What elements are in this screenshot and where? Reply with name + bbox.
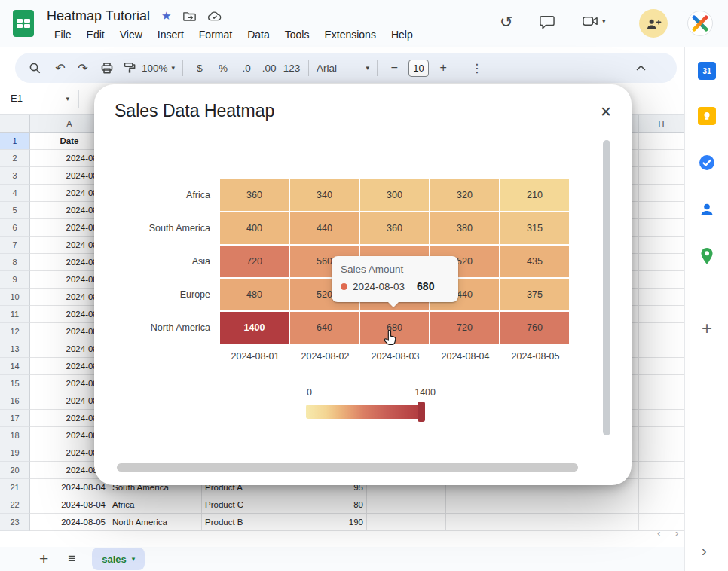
row-header-21[interactable]: 21 xyxy=(0,479,30,496)
cell-C22[interactable]: Product C xyxy=(202,496,286,514)
close-dialog-button[interactable]: ✕ xyxy=(600,103,612,121)
document-title[interactable]: Heatmap Tutorial xyxy=(47,8,150,24)
cell-H7[interactable] xyxy=(639,237,684,254)
dialog-vertical-scrollbar[interactable] xyxy=(603,140,610,435)
cell-H3[interactable] xyxy=(639,167,684,185)
cell-B22[interactable]: Africa xyxy=(109,496,202,514)
menu-extensions[interactable]: Extensions xyxy=(317,27,383,42)
comment-icon[interactable] xyxy=(540,15,555,29)
menu-format[interactable]: Format xyxy=(191,27,240,42)
font-family-select[interactable]: Arial▾ xyxy=(317,57,369,78)
paint-format-icon[interactable] xyxy=(121,57,139,78)
sheet-tab-sales[interactable]: sales ▾ xyxy=(92,548,145,570)
row-header-8[interactable]: 8 xyxy=(0,254,30,271)
heatmap-cell-2024-08-01-africa[interactable]: 360 xyxy=(220,179,289,211)
heatmap-cell-2024-08-02-africa[interactable]: 340 xyxy=(290,179,359,211)
sheet-scroll-arrows-icon[interactable]: ‹ › xyxy=(657,527,684,539)
row-header-2[interactable]: 2 xyxy=(0,150,30,167)
keep-icon[interactable] xyxy=(698,107,716,125)
cell-F23[interactable] xyxy=(446,514,525,531)
row-header-6[interactable]: 6 xyxy=(0,219,30,237)
share-button[interactable] xyxy=(639,9,668,38)
cell-A22[interactable]: 2024-08-04 xyxy=(30,496,109,514)
increase-font-size-button[interactable]: + xyxy=(434,57,452,78)
side-panel-collapse-icon[interactable]: › xyxy=(702,542,707,560)
heatmap-cell-2024-08-05-africa[interactable]: 210 xyxy=(500,179,569,211)
row-header-15[interactable]: 15 xyxy=(0,375,30,392)
cell-H15[interactable] xyxy=(639,375,684,392)
undo-icon[interactable]: ↶ xyxy=(51,57,69,78)
cell-H9[interactable] xyxy=(639,271,684,289)
more-toolbar-icon[interactable]: ⋮ xyxy=(468,57,486,78)
search-icon[interactable] xyxy=(26,57,44,78)
font-size-input[interactable]: 10 xyxy=(408,60,429,77)
decrease-font-size-button[interactable]: − xyxy=(385,57,403,78)
heatmap-cell-2024-08-02-south-america[interactable]: 440 xyxy=(290,212,359,244)
side-panel-add-icon[interactable]: + xyxy=(698,319,716,337)
sheets-logo-icon[interactable] xyxy=(13,10,34,37)
cell-H11[interactable] xyxy=(639,306,684,323)
cell-A21[interactable]: 2024-08-04 xyxy=(30,479,109,496)
cell-B23[interactable]: North America xyxy=(109,514,202,531)
menu-data[interactable]: Data xyxy=(240,27,277,42)
redo-icon[interactable]: ↷ xyxy=(74,57,92,78)
heatmap-cell-2024-08-01-asia[interactable]: 720 xyxy=(220,246,289,277)
heatmap-cell-2024-08-01-north-america[interactable]: 1400 xyxy=(220,312,289,344)
add-sheet-icon[interactable]: + xyxy=(39,550,48,568)
cell-H19[interactable] xyxy=(639,444,684,462)
cell-H5[interactable] xyxy=(639,202,684,219)
heatmap-cell-2024-08-05-north-america[interactable]: 760 xyxy=(500,312,569,344)
cell-E22[interactable] xyxy=(367,496,446,514)
row-header-4[interactable]: 4 xyxy=(0,185,30,202)
maps-icon[interactable] xyxy=(698,247,716,265)
cell-H20[interactable] xyxy=(639,462,684,479)
heatmap-cell-2024-08-05-asia[interactable]: 435 xyxy=(500,246,569,277)
menu-help[interactable]: Help xyxy=(384,27,421,42)
heatmap-cell-2024-08-03-south-america[interactable]: 360 xyxy=(360,212,429,244)
heatmap-cell-2024-08-05-south-america[interactable]: 315 xyxy=(500,212,569,244)
format-percent-button[interactable]: % xyxy=(214,57,232,78)
heatmap-cell-2024-08-05-europe[interactable]: 375 xyxy=(500,279,569,310)
heatmap-cell-2024-08-02-north-america[interactable]: 640 xyxy=(290,312,359,344)
cell-H12[interactable] xyxy=(639,323,684,340)
row-header-23[interactable]: 23 xyxy=(0,514,30,531)
menu-file[interactable]: File xyxy=(47,27,79,42)
dialog-horizontal-scrollbar[interactable] xyxy=(117,463,578,472)
contacts-icon[interactable] xyxy=(698,200,716,218)
heatmap-cell-2024-08-04-africa[interactable]: 320 xyxy=(430,179,499,211)
row-header-9[interactable]: 9 xyxy=(0,271,30,289)
row-header-20[interactable]: 20 xyxy=(0,462,30,479)
row-header-3[interactable]: 3 xyxy=(0,167,30,185)
more-formats-button[interactable]: 123 xyxy=(283,57,301,78)
row-header-22[interactable]: 22 xyxy=(0,496,30,514)
version-history-icon[interactable]: ↺ xyxy=(500,13,513,31)
menu-edit[interactable]: Edit xyxy=(79,27,112,42)
row-header-14[interactable]: 14 xyxy=(0,358,30,375)
calendar-icon[interactable]: 31 xyxy=(698,62,716,80)
all-sheets-icon[interactable]: ≡ xyxy=(68,551,75,566)
cell-H16[interactable] xyxy=(639,392,684,410)
cell-H1[interactable] xyxy=(639,133,684,150)
row-header-1[interactable]: 1 xyxy=(0,133,30,150)
select-all-corner[interactable] xyxy=(0,115,30,133)
cell-D22[interactable]: 80 xyxy=(286,496,367,514)
cell-H21[interactable] xyxy=(639,479,684,496)
cell-H17[interactable] xyxy=(639,410,684,427)
cloud-saved-icon[interactable] xyxy=(207,11,222,22)
row-header-12[interactable]: 12 xyxy=(0,323,30,340)
row-header-10[interactable]: 10 xyxy=(0,289,30,306)
cell-H10[interactable] xyxy=(639,289,684,306)
heatmap-cell-2024-08-01-south-america[interactable]: 400 xyxy=(220,212,289,244)
cell-G22[interactable] xyxy=(525,496,639,514)
menu-insert[interactable]: Insert xyxy=(150,27,191,42)
cell-F22[interactable] xyxy=(446,496,525,514)
row-header-19[interactable]: 19 xyxy=(0,444,30,462)
cell-H4[interactable] xyxy=(639,185,684,202)
cell-H18[interactable] xyxy=(639,427,684,444)
heatmap-cell-2024-08-04-north-america[interactable]: 720 xyxy=(430,312,499,344)
row-header-5[interactable]: 5 xyxy=(0,202,30,219)
collapse-toolbar-icon[interactable] xyxy=(632,57,650,78)
print-icon[interactable] xyxy=(98,57,116,78)
cell-E23[interactable] xyxy=(367,514,446,531)
account-avatar[interactable] xyxy=(687,11,713,36)
